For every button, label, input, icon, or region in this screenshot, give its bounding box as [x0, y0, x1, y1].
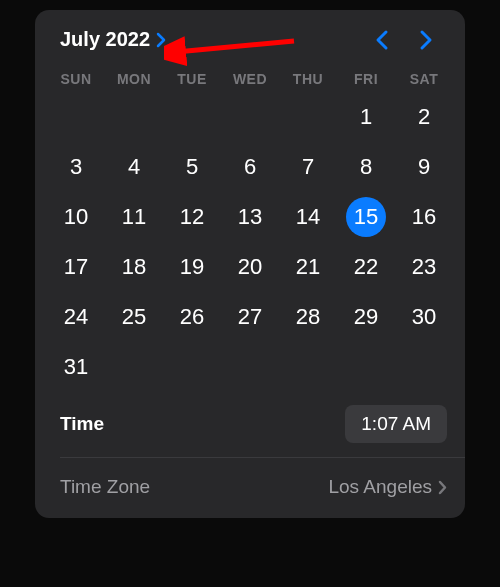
calendar-day[interactable]: 27 — [221, 293, 279, 341]
weekday-label: TUE — [163, 65, 221, 93]
calendar-day[interactable]: 30 — [395, 293, 453, 341]
calendar-day[interactable]: 20 — [221, 243, 279, 291]
chevron-right-icon — [438, 480, 447, 495]
calendar-day[interactable]: 11 — [105, 193, 163, 241]
calendar-day[interactable]: 24 — [47, 293, 105, 341]
calendar-day[interactable]: 1 — [337, 93, 395, 141]
calendar-day[interactable]: 23 — [395, 243, 453, 291]
calendar-day[interactable]: 15 — [337, 193, 395, 241]
calendar-day[interactable]: 17 — [47, 243, 105, 291]
calendar-day[interactable]: 26 — [163, 293, 221, 341]
calendar-day[interactable]: 22 — [337, 243, 395, 291]
calendar-day[interactable]: 14 — [279, 193, 337, 241]
calendar-day-empty — [221, 93, 279, 141]
calendar-day-empty — [163, 93, 221, 141]
calendar-day[interactable]: 4 — [105, 143, 163, 191]
calendar-day[interactable]: 8 — [337, 143, 395, 191]
weekday-label: SUN — [47, 65, 105, 93]
calendar-day[interactable]: 7 — [279, 143, 337, 191]
chevron-left-icon — [375, 29, 389, 51]
next-month-button[interactable] — [419, 29, 433, 51]
calendar-day[interactable]: 18 — [105, 243, 163, 291]
timezone-label: Time Zone — [60, 476, 150, 498]
calendar-day[interactable]: 13 — [221, 193, 279, 241]
weekday-header-row: SUN MON TUE WED THU FRI SAT — [35, 65, 465, 93]
calendar-day[interactable]: 19 — [163, 243, 221, 291]
calendar-day[interactable]: 16 — [395, 193, 453, 241]
weekday-label: THU — [279, 65, 337, 93]
calendar-day[interactable]: 6 — [221, 143, 279, 191]
calendar-day[interactable]: 12 — [163, 193, 221, 241]
weekday-label: WED — [221, 65, 279, 93]
calendar-day[interactable]: 21 — [279, 243, 337, 291]
date-time-picker-panel: July 2022 SUN MON TUE WED THU FRI SAT 12… — [35, 10, 465, 518]
month-nav — [375, 29, 447, 51]
calendar-day[interactable]: 29 — [337, 293, 395, 341]
calendar-day-empty — [47, 93, 105, 141]
timezone-row[interactable]: Time Zone Los Angeles — [35, 458, 465, 518]
calendar-day[interactable]: 2 — [395, 93, 453, 141]
calendar-day[interactable]: 31 — [47, 343, 105, 391]
calendar-day[interactable]: 10 — [47, 193, 105, 241]
time-value-button[interactable]: 1:07 AM — [345, 405, 447, 443]
chevron-right-icon — [419, 29, 433, 51]
calendar-day-empty — [279, 93, 337, 141]
calendar-day[interactable]: 5 — [163, 143, 221, 191]
prev-month-button[interactable] — [375, 29, 389, 51]
calendar-day[interactable]: 9 — [395, 143, 453, 191]
weekday-label: MON — [105, 65, 163, 93]
timezone-value: Los Angeles — [328, 476, 447, 498]
timezone-value-text: Los Angeles — [328, 476, 432, 498]
calendar-day[interactable]: 3 — [47, 143, 105, 191]
calendar-header: July 2022 — [35, 28, 465, 61]
weekday-label: SAT — [395, 65, 453, 93]
time-label: Time — [60, 413, 104, 435]
month-year-label[interactable]: July 2022 — [60, 28, 150, 51]
time-row: Time 1:07 AM — [35, 391, 465, 457]
calendar-days-grid: 1234567891011121314151617181920212223242… — [35, 93, 465, 391]
calendar-day[interactable]: 28 — [279, 293, 337, 341]
calendar-day[interactable]: 25 — [105, 293, 163, 341]
weekday-label: FRI — [337, 65, 395, 93]
month-expand-icon[interactable] — [156, 32, 166, 48]
calendar-day-empty — [105, 93, 163, 141]
